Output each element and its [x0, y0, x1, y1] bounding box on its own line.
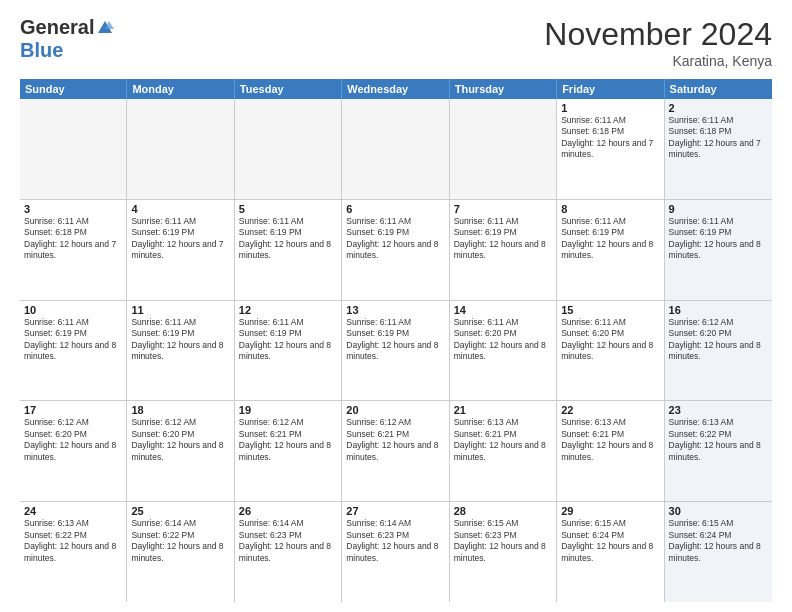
cell-info: Sunrise: 6:13 AM Sunset: 6:22 PM Dayligh… [24, 518, 122, 564]
cell-info: Sunrise: 6:11 AM Sunset: 6:19 PM Dayligh… [346, 216, 444, 262]
day-number: 22 [561, 404, 659, 416]
cell-info: Sunrise: 6:15 AM Sunset: 6:24 PM Dayligh… [561, 518, 659, 564]
calendar-row: 1Sunrise: 6:11 AM Sunset: 6:18 PM Daylig… [20, 99, 772, 200]
calendar-cell: 23Sunrise: 6:13 AM Sunset: 6:22 PM Dayli… [665, 401, 772, 501]
day-number: 2 [669, 102, 768, 114]
day-number: 19 [239, 404, 337, 416]
cell-info: Sunrise: 6:11 AM Sunset: 6:18 PM Dayligh… [24, 216, 122, 262]
calendar-cell: 19Sunrise: 6:12 AM Sunset: 6:21 PM Dayli… [235, 401, 342, 501]
calendar-cell: 4Sunrise: 6:11 AM Sunset: 6:19 PM Daylig… [127, 200, 234, 300]
calendar-cell [127, 99, 234, 199]
cell-info: Sunrise: 6:11 AM Sunset: 6:19 PM Dayligh… [561, 216, 659, 262]
calendar-header: SundayMondayTuesdayWednesdayThursdayFrid… [20, 79, 772, 99]
day-number: 1 [561, 102, 659, 114]
day-number: 6 [346, 203, 444, 215]
day-number: 7 [454, 203, 552, 215]
day-number: 4 [131, 203, 229, 215]
calendar-cell [450, 99, 557, 199]
calendar-header-cell: Monday [127, 79, 234, 99]
cell-info: Sunrise: 6:11 AM Sunset: 6:19 PM Dayligh… [346, 317, 444, 363]
logo: General Blue [20, 16, 114, 62]
day-number: 23 [669, 404, 768, 416]
cell-info: Sunrise: 6:11 AM Sunset: 6:19 PM Dayligh… [454, 216, 552, 262]
calendar-header-cell: Wednesday [342, 79, 449, 99]
day-number: 13 [346, 304, 444, 316]
calendar-header-cell: Thursday [450, 79, 557, 99]
cell-info: Sunrise: 6:13 AM Sunset: 6:22 PM Dayligh… [669, 417, 768, 463]
cell-info: Sunrise: 6:11 AM Sunset: 6:18 PM Dayligh… [561, 115, 659, 161]
calendar-cell: 22Sunrise: 6:13 AM Sunset: 6:21 PM Dayli… [557, 401, 664, 501]
calendar-cell: 24Sunrise: 6:13 AM Sunset: 6:22 PM Dayli… [20, 502, 127, 602]
cell-info: Sunrise: 6:12 AM Sunset: 6:21 PM Dayligh… [346, 417, 444, 463]
cell-info: Sunrise: 6:11 AM Sunset: 6:19 PM Dayligh… [669, 216, 768, 262]
cell-info: Sunrise: 6:14 AM Sunset: 6:23 PM Dayligh… [239, 518, 337, 564]
logo-icon [96, 19, 114, 37]
day-number: 20 [346, 404, 444, 416]
cell-info: Sunrise: 6:12 AM Sunset: 6:20 PM Dayligh… [669, 317, 768, 363]
cell-info: Sunrise: 6:13 AM Sunset: 6:21 PM Dayligh… [561, 417, 659, 463]
calendar-row: 10Sunrise: 6:11 AM Sunset: 6:19 PM Dayli… [20, 301, 772, 402]
cell-info: Sunrise: 6:15 AM Sunset: 6:23 PM Dayligh… [454, 518, 552, 564]
day-number: 17 [24, 404, 122, 416]
cell-info: Sunrise: 6:11 AM Sunset: 6:20 PM Dayligh… [454, 317, 552, 363]
logo-blue-text: Blue [20, 39, 63, 61]
day-number: 18 [131, 404, 229, 416]
calendar-cell [342, 99, 449, 199]
day-number: 30 [669, 505, 768, 517]
cell-info: Sunrise: 6:11 AM Sunset: 6:19 PM Dayligh… [131, 317, 229, 363]
day-number: 24 [24, 505, 122, 517]
calendar-row: 3Sunrise: 6:11 AM Sunset: 6:18 PM Daylig… [20, 200, 772, 301]
calendar-body: 1Sunrise: 6:11 AM Sunset: 6:18 PM Daylig… [20, 99, 772, 602]
cell-info: Sunrise: 6:11 AM Sunset: 6:20 PM Dayligh… [561, 317, 659, 363]
calendar-cell: 10Sunrise: 6:11 AM Sunset: 6:19 PM Dayli… [20, 301, 127, 401]
cell-info: Sunrise: 6:11 AM Sunset: 6:19 PM Dayligh… [239, 317, 337, 363]
calendar-cell: 30Sunrise: 6:15 AM Sunset: 6:24 PM Dayli… [665, 502, 772, 602]
calendar-cell: 7Sunrise: 6:11 AM Sunset: 6:19 PM Daylig… [450, 200, 557, 300]
calendar-cell: 28Sunrise: 6:15 AM Sunset: 6:23 PM Dayli… [450, 502, 557, 602]
day-number: 9 [669, 203, 768, 215]
cell-info: Sunrise: 6:14 AM Sunset: 6:22 PM Dayligh… [131, 518, 229, 564]
calendar-header-cell: Friday [557, 79, 664, 99]
calendar-header-cell: Sunday [20, 79, 127, 99]
day-number: 12 [239, 304, 337, 316]
calendar-cell: 18Sunrise: 6:12 AM Sunset: 6:20 PM Dayli… [127, 401, 234, 501]
day-number: 11 [131, 304, 229, 316]
day-number: 28 [454, 505, 552, 517]
day-number: 15 [561, 304, 659, 316]
calendar-cell: 9Sunrise: 6:11 AM Sunset: 6:19 PM Daylig… [665, 200, 772, 300]
calendar-cell: 11Sunrise: 6:11 AM Sunset: 6:19 PM Dayli… [127, 301, 234, 401]
page: General Blue November 2024 Karatina, Ken… [0, 0, 792, 612]
calendar-cell: 13Sunrise: 6:11 AM Sunset: 6:19 PM Dayli… [342, 301, 449, 401]
day-number: 10 [24, 304, 122, 316]
calendar: SundayMondayTuesdayWednesdayThursdayFrid… [20, 79, 772, 602]
title-section: November 2024 Karatina, Kenya [544, 16, 772, 69]
calendar-cell: 17Sunrise: 6:12 AM Sunset: 6:20 PM Dayli… [20, 401, 127, 501]
day-number: 27 [346, 505, 444, 517]
calendar-row: 17Sunrise: 6:12 AM Sunset: 6:20 PM Dayli… [20, 401, 772, 502]
day-number: 5 [239, 203, 337, 215]
calendar-cell: 3Sunrise: 6:11 AM Sunset: 6:18 PM Daylig… [20, 200, 127, 300]
calendar-cell: 20Sunrise: 6:12 AM Sunset: 6:21 PM Dayli… [342, 401, 449, 501]
calendar-cell: 8Sunrise: 6:11 AM Sunset: 6:19 PM Daylig… [557, 200, 664, 300]
cell-info: Sunrise: 6:12 AM Sunset: 6:20 PM Dayligh… [131, 417, 229, 463]
calendar-cell: 21Sunrise: 6:13 AM Sunset: 6:21 PM Dayli… [450, 401, 557, 501]
day-number: 29 [561, 505, 659, 517]
calendar-header-cell: Tuesday [235, 79, 342, 99]
day-number: 16 [669, 304, 768, 316]
cell-info: Sunrise: 6:11 AM Sunset: 6:19 PM Dayligh… [131, 216, 229, 262]
calendar-header-cell: Saturday [665, 79, 772, 99]
month-title: November 2024 [544, 16, 772, 53]
calendar-cell: 29Sunrise: 6:15 AM Sunset: 6:24 PM Dayli… [557, 502, 664, 602]
day-number: 8 [561, 203, 659, 215]
calendar-cell: 14Sunrise: 6:11 AM Sunset: 6:20 PM Dayli… [450, 301, 557, 401]
cell-info: Sunrise: 6:13 AM Sunset: 6:21 PM Dayligh… [454, 417, 552, 463]
calendar-cell: 12Sunrise: 6:11 AM Sunset: 6:19 PM Dayli… [235, 301, 342, 401]
header: General Blue November 2024 Karatina, Ken… [20, 16, 772, 69]
calendar-cell: 25Sunrise: 6:14 AM Sunset: 6:22 PM Dayli… [127, 502, 234, 602]
calendar-cell: 6Sunrise: 6:11 AM Sunset: 6:19 PM Daylig… [342, 200, 449, 300]
calendar-cell: 15Sunrise: 6:11 AM Sunset: 6:20 PM Dayli… [557, 301, 664, 401]
logo-general-text: General [20, 16, 94, 39]
cell-info: Sunrise: 6:15 AM Sunset: 6:24 PM Dayligh… [669, 518, 768, 564]
day-number: 26 [239, 505, 337, 517]
calendar-cell: 27Sunrise: 6:14 AM Sunset: 6:23 PM Dayli… [342, 502, 449, 602]
